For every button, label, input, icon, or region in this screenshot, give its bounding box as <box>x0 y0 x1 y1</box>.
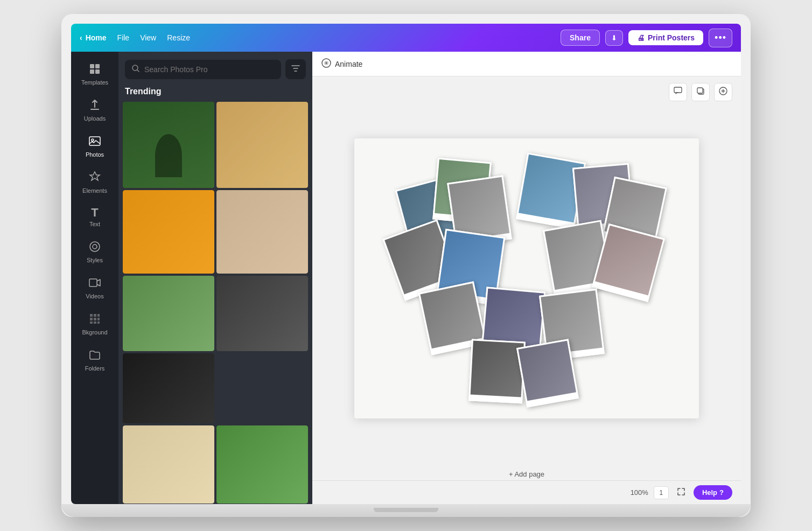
animate-label: Animate <box>335 60 362 68</box>
main-content: Templates Uploads <box>71 52 741 504</box>
heart-collage <box>376 149 677 408</box>
svg-rect-13 <box>674 87 682 93</box>
more-options-button[interactable]: ••• <box>709 29 732 47</box>
svg-rect-15 <box>697 88 703 93</box>
trending-label: Trending <box>118 87 312 102</box>
download-button[interactable]: ⬇ <box>605 30 623 46</box>
uploads-label: Uploads <box>84 115 106 122</box>
help-button[interactable]: Help ? <box>694 485 732 500</box>
help-icon: ? <box>719 488 724 497</box>
svg-rect-0 <box>90 64 94 68</box>
sidebar-item-folders[interactable]: Folders <box>73 343 116 377</box>
canvas-tools <box>669 83 732 101</box>
resize-menu[interactable]: Resize <box>167 33 190 42</box>
comment-tool[interactable] <box>669 83 687 101</box>
photo-item[interactable] <box>123 353 214 423</box>
polaroid-photo[interactable] <box>516 339 579 407</box>
folders-label: Folders <box>85 365 105 372</box>
file-menu[interactable]: File <box>117 33 130 42</box>
duplicate-tool[interactable] <box>691 83 710 101</box>
expand-button[interactable] <box>674 486 688 500</box>
nav-right: Share ⬇ 🖨 Print Posters ••• <box>561 29 732 47</box>
view-menu[interactable]: View <box>140 33 156 42</box>
search-input[interactable] <box>144 65 275 74</box>
svg-point-12 <box>326 62 327 64</box>
search-icon <box>131 64 140 75</box>
svg-point-7 <box>90 242 100 251</box>
elements-icon <box>88 171 101 185</box>
photo-item[interactable] <box>216 102 308 188</box>
photo-item[interactable] <box>216 276 308 351</box>
plus-icon <box>719 87 727 97</box>
comment-icon <box>674 87 682 97</box>
canvas-area: Animate <box>312 52 741 504</box>
back-arrow-icon: ‹ <box>80 33 82 42</box>
home-label: Home <box>86 33 107 42</box>
filter-icon <box>291 66 300 75</box>
svg-rect-1 <box>95 64 100 68</box>
print-button[interactable]: 🖨 Print Posters <box>628 30 703 45</box>
home-button[interactable]: ‹ Home <box>80 33 107 42</box>
expand-icon <box>676 489 686 498</box>
top-navigation-bar: ‹ Home File View Resize Share ⬇ 🖨 Print … <box>71 24 741 52</box>
zoom-level: 100% <box>631 488 648 497</box>
svg-point-6 <box>93 244 97 249</box>
styles-icon <box>88 240 101 255</box>
uploads-icon <box>88 99 101 113</box>
sidebar-item-templates[interactable]: Templates <box>73 57 116 91</box>
text-icon: T <box>91 207 98 219</box>
svg-point-5 <box>92 139 94 141</box>
photo-grid <box>118 102 312 504</box>
sidebar-item-uploads[interactable]: Uploads <box>73 93 116 127</box>
photo-item[interactable] <box>216 425 308 504</box>
photo-item[interactable] <box>216 190 308 274</box>
print-icon: 🖨 <box>637 33 645 42</box>
templates-label: Templates <box>81 79 108 86</box>
sidebar-item-photos[interactable]: Photos <box>73 129 116 163</box>
photo-item[interactable] <box>123 102 214 188</box>
add-page-button[interactable]: + Add page <box>509 470 544 478</box>
animate-button[interactable]: Animate <box>321 58 362 70</box>
page-indicator: 1 <box>654 486 669 499</box>
duplicate-icon <box>696 87 705 97</box>
background-icon <box>88 312 101 327</box>
photo-item[interactable] <box>123 190 214 274</box>
sidebar-item-styles[interactable]: Styles <box>73 235 116 269</box>
canvas-main <box>312 76 741 480</box>
videos-label: Videos <box>86 293 103 299</box>
sidebar-item-text[interactable]: T Text <box>73 201 116 233</box>
sidebar: Templates Uploads <box>71 52 118 504</box>
photo-item[interactable] <box>123 425 214 504</box>
add-tool[interactable] <box>714 83 732 101</box>
nav-left: ‹ Home File View Resize <box>80 33 190 42</box>
text-label: Text <box>89 221 100 227</box>
photos-panel: Trending <box>118 52 312 504</box>
sidebar-item-videos[interactable]: Videos <box>73 271 116 305</box>
print-label: Print Posters <box>648 33 695 42</box>
photo-item[interactable] <box>123 276 214 351</box>
photos-icon <box>88 135 101 149</box>
canvas-board[interactable] <box>354 138 699 418</box>
help-label: Help <box>702 488 717 497</box>
photo-item-pair <box>216 353 308 423</box>
svg-rect-2 <box>90 69 94 74</box>
svg-rect-8 <box>89 279 97 287</box>
svg-rect-3 <box>95 69 100 74</box>
templates-icon <box>88 62 101 77</box>
filter-button[interactable] <box>285 59 306 79</box>
search-input-wrap[interactable] <box>125 60 281 79</box>
panel-collapse-handle[interactable]: ‹ <box>311 267 312 289</box>
bottom-bar: 100% 1 Help ? <box>312 480 741 504</box>
styles-label: Styles <box>87 257 103 263</box>
share-button[interactable]: Share <box>561 30 600 46</box>
sidebar-item-elements[interactable]: Elements <box>73 165 116 199</box>
animate-bar: Animate <box>312 52 741 76</box>
more-dots-icon: ••• <box>715 32 726 44</box>
search-bar-container <box>118 52 312 87</box>
animate-icon <box>321 58 332 70</box>
folders-icon <box>88 348 101 363</box>
sidebar-item-background[interactable]: Bkground <box>73 307 116 341</box>
elements-label: Elements <box>82 187 107 194</box>
photos-label: Photos <box>86 151 104 158</box>
videos-icon <box>88 276 101 291</box>
